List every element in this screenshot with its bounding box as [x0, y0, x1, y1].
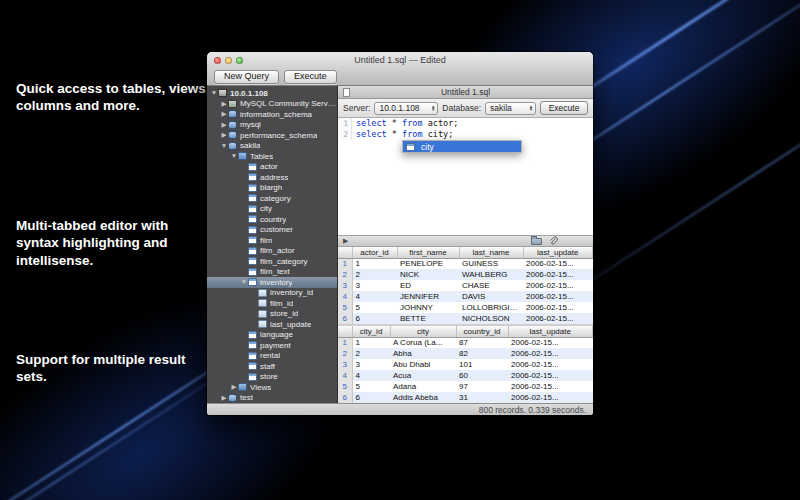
editor-line[interactable]: 1select * from actor; [338, 118, 593, 129]
result-row[interactable]: 66Addis Abeba312006-02-15... [338, 392, 593, 403]
result-cell[interactable]: 2006-02-15... [523, 280, 593, 291]
disclosure-triangle-icon[interactable]: ▶ [220, 110, 228, 118]
disclosure-triangle-icon[interactable]: ▶ [220, 121, 228, 129]
result-row[interactable]: 11PENELOPEGUINESS2006-02-15... [338, 258, 593, 269]
column-header-first_name[interactable]: first_name [397, 247, 459, 258]
tree-item-store-id[interactable]: store_id [207, 309, 337, 320]
tree-item-inventory[interactable]: ▼inventory [207, 277, 337, 288]
tree-item-last-update[interactable]: last_update [207, 319, 337, 330]
tree-item-performance-schema[interactable]: ▶performance_schema [207, 130, 337, 141]
close-button[interactable] [214, 57, 221, 64]
result-cell[interactable]: 2 [352, 269, 397, 280]
disclosure-triangle-icon[interactable]: ▼ [210, 89, 218, 97]
tree-item-customer[interactable]: customer [207, 225, 337, 236]
tree-item-staff[interactable]: staff [207, 361, 337, 372]
result-cell[interactable]: 6 [352, 392, 390, 403]
tree-item-film[interactable]: film [207, 235, 337, 246]
disclosure-triangle-icon[interactable]: ▼ [230, 152, 238, 160]
result-cell[interactable]: Addis Abeba [390, 392, 456, 403]
tree-item-film-text[interactable]: film_text [207, 267, 337, 278]
result-cell[interactable]: 2006-02-15... [523, 269, 593, 280]
result-cell[interactable]: 60 [456, 370, 508, 381]
column-header-city[interactable]: city [390, 326, 456, 337]
results-disclosure-icon[interactable]: ▶ [343, 237, 348, 245]
result-cell[interactable]: 82 [456, 348, 508, 359]
editor-line[interactable]: 2select * from city; [338, 129, 593, 140]
result-row[interactable]: 55Adana972006-02-15... [338, 381, 593, 392]
result-cell[interactable]: 5 [352, 381, 390, 392]
paperclip-icon[interactable] [549, 236, 558, 246]
sql-editor[interactable]: 1select * from actor;2select * from city… [338, 118, 593, 235]
result-cell[interactable]: 31 [456, 392, 508, 403]
tree-item-test[interactable]: ▶test [207, 393, 337, 404]
result-cell[interactable]: 2 [352, 348, 390, 359]
result-cell[interactable]: 1 [352, 337, 390, 348]
result-row[interactable]: 33Abu Dhabi1012006-02-15... [338, 359, 593, 370]
result-row[interactable]: 44Acua602006-02-15... [338, 370, 593, 381]
column-header-last_update[interactable]: last_update [508, 326, 593, 337]
tree-item-country[interactable]: country [207, 214, 337, 225]
folder-icon[interactable] [531, 238, 542, 245]
disclosure-triangle-icon[interactable]: ▶ [230, 383, 238, 391]
tree-item-language[interactable]: language [207, 330, 337, 341]
result-cell[interactable]: 2006-02-15... [523, 302, 593, 313]
result-row[interactable]: 44JENNIFERDAVIS2006-02-15... [338, 291, 593, 302]
new-query-button[interactable]: New Query [214, 70, 279, 84]
autocomplete-item-city[interactable]: city [403, 141, 521, 152]
result-cell[interactable]: 4 [352, 370, 390, 381]
minimize-button[interactable] [225, 57, 232, 64]
result-cell[interactable]: BETTE [397, 313, 459, 324]
result-cell[interactable]: JENNIFER [397, 291, 459, 302]
tree-item-actor[interactable]: actor [207, 162, 337, 173]
tree-item-10-0-1-108[interactable]: ▼10.0.1.108 [207, 88, 337, 99]
result-cell[interactable]: 2006-02-15... [523, 313, 593, 324]
tree-item-address[interactable]: address [207, 172, 337, 183]
result-cell[interactable]: CHASE [459, 280, 523, 291]
column-header-last_name[interactable]: last_name [459, 247, 523, 258]
result-cell[interactable]: 2006-02-15... [508, 348, 593, 359]
result-cell[interactable]: 2006-02-15... [508, 392, 593, 403]
result-cell[interactable]: JOHNNY [397, 302, 459, 313]
result-cell[interactable]: 3 [352, 280, 397, 291]
tree-item-film-id[interactable]: film_id [207, 298, 337, 309]
tree-item-inventory-id[interactable]: inventory_id [207, 288, 337, 299]
result-cell[interactable]: GUINESS [459, 258, 523, 269]
result-cell[interactable]: 1 [352, 258, 397, 269]
tree-item-category[interactable]: category [207, 193, 337, 204]
result-cell[interactable]: 2006-02-15... [508, 359, 593, 370]
tree-item-film-actor[interactable]: film_actor [207, 246, 337, 257]
tree-item-city[interactable]: city [207, 204, 337, 215]
tree-item-payment[interactable]: payment [207, 340, 337, 351]
result-cell[interactable]: 6 [352, 313, 397, 324]
title-bar[interactable]: Untitled 1.sql — Edited [207, 52, 593, 68]
disclosure-triangle-icon[interactable]: ▶ [220, 394, 228, 402]
result-cell[interactable]: 2006-02-15... [523, 291, 593, 302]
result-row[interactable]: 55JOHNNYLOLLOBRIGIDA2006-02-15... [338, 302, 593, 313]
disclosure-triangle-icon[interactable]: ▶ [220, 100, 228, 108]
server-select[interactable]: 10.0.1.108 ▲▼ [374, 102, 438, 115]
result-cell[interactable]: 87 [456, 337, 508, 348]
result-cell[interactable]: A Corua (La... [390, 337, 456, 348]
result-cell[interactable]: 101 [456, 359, 508, 370]
tree-item-blargh[interactable]: blargh [207, 183, 337, 194]
result-cell[interactable]: 2006-02-15... [508, 337, 593, 348]
result-cell[interactable]: Abha [390, 348, 456, 359]
execute-query-button[interactable]: Execute [540, 101, 588, 115]
execute-toolbar-button[interactable]: Execute [284, 70, 337, 84]
result-cell[interactable]: Adana [390, 381, 456, 392]
result-cell[interactable]: 3 [352, 359, 390, 370]
result-row[interactable]: 66BETTENICHOLSON2006-02-15... [338, 313, 593, 324]
result-cell[interactable]: 2006-02-15... [508, 370, 593, 381]
result-cell[interactable]: ED [397, 280, 459, 291]
result-cell[interactable]: DAVIS [459, 291, 523, 302]
result-row[interactable]: 22NICKWAHLBERG2006-02-15... [338, 269, 593, 280]
zoom-button[interactable] [236, 57, 243, 64]
tree-item-sakila[interactable]: ▼sakila [207, 141, 337, 152]
tree-item-mysql-community-server-gpl-5-6-1[interactable]: ▶MySQL Community Server (GPL) 5.6.1... [207, 99, 337, 110]
tree-item-views[interactable]: ▶Views [207, 382, 337, 393]
result-cell[interactable]: NICHOLSON [459, 313, 523, 324]
column-header-last_update[interactable]: last_update [523, 247, 593, 258]
tree-item-rental[interactable]: rental [207, 351, 337, 362]
tree-item-store[interactable]: store [207, 372, 337, 383]
column-header-city_id[interactable]: city_id [352, 326, 390, 337]
